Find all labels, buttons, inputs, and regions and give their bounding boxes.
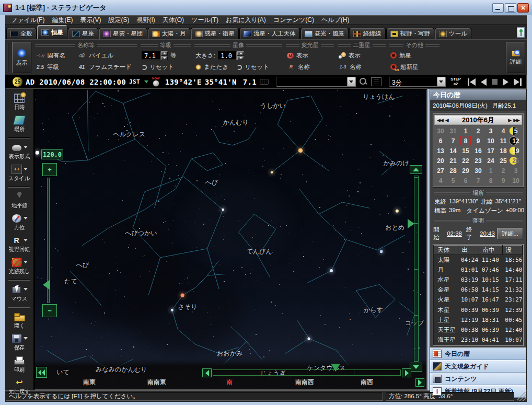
chevron-down-icon[interactable] (24, 239, 28, 241)
altitude-scrollbar-thumb[interactable] (408, 219, 414, 228)
tab-galaxy[interactable]: 全般 (6, 28, 37, 39)
moon-phase-icon[interactable]: 25 (13, 77, 22, 87)
rewind-view-button[interactable] (36, 367, 47, 378)
skip-to-end-button[interactable] (514, 78, 522, 86)
chevron-down-icon[interactable] (144, 80, 148, 83)
next-month-button[interactable]: ▶ (508, 118, 511, 123)
datetime-display[interactable]: AD 2010/06/08 22:00:00 (26, 78, 126, 86)
menu-item[interactable]: ツール(T) (188, 16, 222, 25)
sidebar-item-horizon[interactable]: 地平線 (5, 190, 33, 212)
tab-nebula[interactable]: 星雲・星団 (99, 28, 147, 39)
spin-up-icon[interactable] (237, 51, 244, 55)
next-year-button[interactable]: ▶▶ (513, 118, 519, 123)
zoom-out-button[interactable]: − (42, 304, 57, 317)
chevron-down-icon[interactable] (24, 337, 28, 340)
supernova-button[interactable]: 超新星 (390, 63, 438, 71)
scroll-up-button[interactable] (410, 165, 422, 174)
toggle-magnitude[interactable]: 2.5等級 (36, 63, 70, 71)
calendar-day[interactable]: 8 (459, 136, 472, 146)
prev-year-button[interactable]: ◀◀ (437, 118, 443, 123)
sidebar-item-mouse[interactable]: マウス (5, 283, 33, 305)
limiting-magnitude-display[interactable]: 7.1 (243, 78, 257, 86)
sidebar-item-style[interactable]: スタイル (5, 163, 33, 184)
calendar-day[interactable]: 27 (434, 166, 447, 176)
calendar-day[interactable]: 9 (497, 176, 510, 186)
detail-button[interactable]: 詳細 (506, 42, 525, 73)
toolbar-handle[interactable] (7, 43, 8, 72)
toggle-bayer[interactable]: αβバイエル (78, 52, 136, 60)
sidebar-item-open[interactable]: 開く (5, 310, 33, 332)
twilight-start-time[interactable]: 02:38 (447, 230, 462, 237)
sidebar-item-print[interactable]: 印刷 (5, 354, 33, 376)
scroll-left-button[interactable] (202, 368, 212, 377)
calendar-day[interactable]: 25 (497, 156, 510, 166)
menu-item[interactable]: 編集(E) (48, 16, 76, 25)
object-search-combo[interactable] (276, 77, 356, 87)
resize-grip[interactable] (517, 392, 526, 401)
search-icon[interactable] (359, 77, 368, 86)
calendar-day[interactable]: 10 (484, 136, 497, 146)
tab-star[interactable]: 恒星 (37, 25, 67, 39)
skip-to-start-button[interactable] (468, 78, 476, 86)
altitude-scrollbar-track[interactable] (414, 176, 419, 362)
play-backward-button[interactable] (481, 78, 487, 86)
menu-item[interactable]: 設定(S) (105, 16, 133, 25)
calendar-day[interactable]: 7 (447, 136, 459, 146)
calendar-day[interactable]: 31 (447, 126, 459, 136)
nova-button[interactable]: 新星 (390, 52, 438, 60)
close-button[interactable] (517, 3, 529, 13)
calendar-day[interactable]: 4 (434, 176, 447, 186)
chevron-down-icon[interactable] (24, 217, 28, 219)
sidebar-item-trail[interactable]: 光跡残し (5, 256, 33, 277)
azimuth-scrollbar-thumb[interactable] (331, 364, 340, 372)
minimize-button[interactable] (492, 3, 504, 13)
sidebar-item-display-format[interactable]: 表示形式 (5, 141, 33, 163)
corner-scroll-button[interactable] (415, 378, 424, 387)
calendar-day[interactable]: 5 (447, 176, 459, 186)
step-interval-combo[interactable]: 3分 (389, 77, 446, 87)
calendar-day[interactable]: 15 (459, 146, 472, 156)
calendar-day[interactable]: 21 (447, 156, 459, 166)
magnitude-reset-button[interactable]: リセット (142, 63, 190, 71)
tab-fov[interactable]: 視野・写野 (386, 28, 435, 39)
tab-tool[interactable]: ツール (435, 28, 471, 39)
twinkle-button[interactable]: またたき (195, 63, 228, 71)
chevron-down-icon[interactable] (24, 168, 28, 170)
calendar-day[interactable]: 2 (497, 166, 510, 176)
calendar-day[interactable]: 4 (497, 126, 510, 136)
calendar-day[interactable]: 3 (484, 126, 497, 136)
toggle-proper-name[interactable]: ベガ固有名 (36, 52, 70, 60)
sidebar-item-rotate[interactable]: 視野回転 (5, 234, 33, 256)
calendar-day[interactable]: 19 (510, 146, 522, 156)
tab-gridlines[interactable]: 経緯線 (349, 28, 386, 39)
star-map[interactable]: りょうけんうしかいかんむりヘルクレスかみのけへびへびつかいおとめてんびんへびたて… (34, 89, 427, 390)
menu-item[interactable]: ヘルプ(H) (318, 16, 353, 25)
sidebar-item-datetime[interactable]: 日時 (5, 91, 33, 113)
calendar-day[interactable]: 5 (510, 126, 522, 136)
sidebar-item-save[interactable]: 保存 (5, 332, 33, 354)
magnitude-value[interactable]: 7.1 (142, 51, 160, 60)
prev-month-button[interactable]: ◀ (445, 118, 448, 123)
menu-item[interactable]: 表示(V) (76, 16, 105, 25)
menu-item[interactable]: 天体(O) (159, 16, 188, 25)
tab-sun-moon[interactable]: 太陽・月 (148, 28, 190, 39)
calendar-day[interactable]: 1 (459, 126, 472, 136)
panel-button-guide[interactable]: 天文現象ガイド (430, 360, 526, 373)
size-stepper[interactable]: 1.0 (218, 51, 244, 60)
calendar-day[interactable]: 10 (510, 176, 522, 186)
calendar-day[interactable]: 14 (447, 146, 459, 156)
calendar-day[interactable]: 13 (434, 146, 447, 156)
sidebar-item-compass[interactable]: 方位 (5, 212, 33, 234)
calendar-day[interactable]: 30 (434, 126, 447, 136)
calendar-day[interactable]: 18 (497, 146, 510, 156)
calendar-day[interactable]: 1 (484, 166, 497, 176)
calendar-day[interactable]: 8 (484, 176, 497, 186)
menu-item[interactable]: ファイル(F) (7, 16, 48, 25)
azimuth-scrollbar-track[interactable] (213, 369, 401, 376)
twilight-end-time[interactable]: 20:43 (480, 230, 495, 237)
zoom-in-button[interactable]: + (42, 163, 57, 176)
stop-button[interactable] (492, 79, 498, 85)
twilight-detail-button[interactable]: 詳細... (497, 228, 523, 239)
tab-constellation[interactable]: 星座 (68, 28, 98, 39)
calendar-day[interactable]: 2 (472, 126, 484, 136)
